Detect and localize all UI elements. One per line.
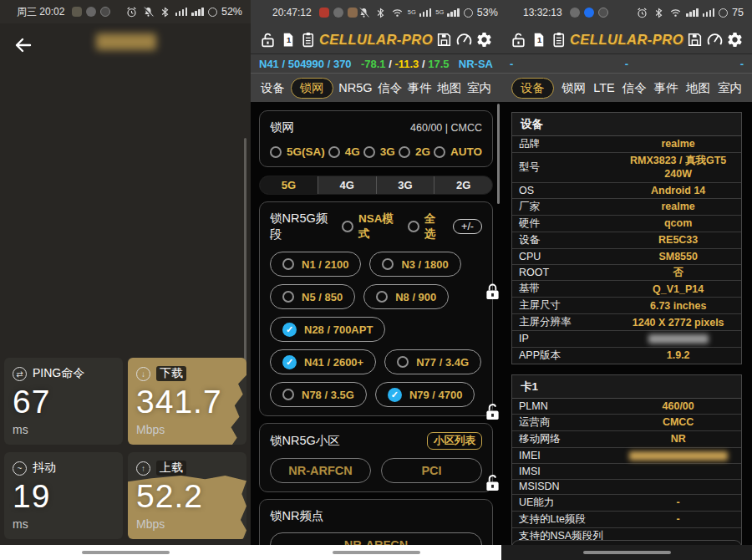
app-toolbar: CELLULAR-PRO <box>251 25 501 53</box>
network-option-2G[interactable]: 2G <box>399 145 430 158</box>
band-pill-N5[interactable]: N5 / 850 <box>270 284 355 309</box>
table-row: CPUSM8550 <box>512 249 741 265</box>
segment-4G[interactable]: 4G <box>318 176 376 194</box>
battery-percent: 53% <box>477 7 498 18</box>
radio-icon <box>328 146 340 158</box>
pci-input[interactable]: PCI <box>381 458 482 483</box>
freq-lock-icon <box>485 474 500 493</box>
table-row: 主屏分辨率1240 X 2772 pixels <box>512 314 741 331</box>
home-indicator[interactable] <box>82 551 170 555</box>
segment-5G[interactable]: 5G <box>260 176 318 194</box>
table-row: 品牌realme <box>512 136 741 153</box>
row-label: IMEI <box>512 449 615 462</box>
row-value: CMCC <box>615 415 741 430</box>
tab-地图[interactable]: 地图 <box>686 80 710 96</box>
band-pill-N77[interactable]: N77 / 3.4G <box>384 349 481 374</box>
network-option-3G[interactable]: 3G <box>363 145 395 158</box>
notification-app-icon <box>100 7 110 17</box>
sim-slot-icon[interactable] <box>279 31 297 48</box>
metric-unit: Mbps <box>136 517 246 531</box>
tab-信令[interactable]: 信令 <box>378 80 402 96</box>
band-pill-N41[interactable]: ✓N41 / 2600+ <box>270 349 376 374</box>
settings-gear-icon[interactable] <box>726 31 744 48</box>
log-clipboard-icon[interactable] <box>550 31 567 48</box>
row-label: OS <box>512 184 615 197</box>
network-option-4G[interactable]: 4G <box>328 145 360 158</box>
battery-ring-icon <box>719 8 728 18</box>
table-row: PLMN460/00 <box>512 399 741 415</box>
radio-icon <box>342 221 353 232</box>
navigation-bar <box>251 545 501 560</box>
radio-icon <box>434 146 445 158</box>
home-indicator[interactable] <box>583 551 671 555</box>
tab-室内[interactable]: 室内 <box>718 80 742 96</box>
band-pill-N8[interactable]: N8 / 900 <box>363 284 449 309</box>
log-clipboard-icon[interactable] <box>299 31 317 48</box>
tab-bar: 设备锁网LTE信令事件地图室内 <box>501 74 752 102</box>
tab-设备[interactable]: 设备 <box>511 78 554 99</box>
band-label: N8 / 900 <box>395 291 436 303</box>
settings-gear-icon[interactable] <box>475 31 493 48</box>
radio-icon <box>397 356 409 368</box>
nr-arfcn-input[interactable]: NR-ARFCN <box>270 458 371 483</box>
tab-锁网[interactable]: 锁网 <box>561 80 586 96</box>
band-label: N28 / 700APT <box>304 323 373 336</box>
bluetooth-icon <box>374 7 387 19</box>
back-button[interactable] <box>13 35 33 55</box>
signal-info-bar: N41 / 504990 / 370 -78.1 / -11.3 / 17.5 … <box>251 53 501 74</box>
cell-list-button[interactable]: 小区列表 <box>427 432 482 450</box>
scrollbar[interactable] <box>497 104 500 204</box>
band-pill-N1[interactable]: N1 / 2100 <box>270 252 361 277</box>
segment-3G[interactable]: 3G <box>376 176 434 194</box>
card-title: 锁NR5G小区 <box>270 433 340 449</box>
network-mode-label: - <box>740 58 744 70</box>
tab-设备[interactable]: 设备 <box>261 80 285 96</box>
row-label: ROOT <box>512 266 615 279</box>
nsa-mode-radio[interactable]: NSA模式 <box>342 211 396 242</box>
tab-事件[interactable]: 事件 <box>408 80 432 96</box>
tab-地图[interactable]: 地图 <box>437 80 461 96</box>
speedtest-gauge-icon[interactable] <box>706 31 724 48</box>
band-pill-N3[interactable]: N3 / 1800 <box>369 252 460 277</box>
radio-icon <box>282 291 294 303</box>
network-option-5G(SA)[interactable]: 5G(SA) <box>270 145 325 158</box>
tab-NR5G[interactable]: NR5G <box>338 81 372 94</box>
network-option-AUTO[interactable]: AUTO <box>434 145 482 158</box>
row-label: CPU <box>512 250 615 263</box>
speedtest-gauge-icon[interactable] <box>455 31 473 48</box>
row-value: - <box>615 512 741 527</box>
lock-toggle-icon[interactable] <box>510 31 527 48</box>
app-title: CELLULAR-PRO <box>319 32 433 48</box>
home-indicator[interactable] <box>333 551 420 555</box>
tab-事件[interactable]: 事件 <box>654 80 678 96</box>
save-icon[interactable] <box>435 31 453 48</box>
plus-minus-button[interactable]: +/- <box>453 219 482 234</box>
lock-toggle-icon[interactable] <box>259 31 277 48</box>
alarm-icon <box>636 7 648 19</box>
select-all-radio[interactable]: 全选 <box>408 211 441 242</box>
tab-室内[interactable]: 室内 <box>467 80 491 96</box>
segment-2G[interactable]: 2G <box>434 176 492 194</box>
bluetooth-icon <box>653 7 665 19</box>
serving-cell-info: N41 / 504990 / 370 <box>259 58 352 70</box>
band-pill-N79[interactable]: ✓N79 / 4700 <box>375 382 475 407</box>
table-row: 设备RE5C33 <box>512 232 741 249</box>
redacted-title <box>96 33 156 50</box>
row-label: 品牌 <box>512 136 615 152</box>
signal-bars-icon <box>419 8 432 18</box>
band-pill-N78[interactable]: N78 / 3.5G <box>270 382 367 407</box>
table-row: IP <box>512 331 741 347</box>
save-icon[interactable] <box>686 31 704 48</box>
metric-label: 上载 <box>156 461 186 476</box>
sim-slot-icon[interactable] <box>530 31 547 48</box>
tab-锁网[interactable]: 锁网 <box>291 78 333 99</box>
tab-LTE[interactable]: LTE <box>593 81 615 94</box>
row-label: 设备 <box>512 232 615 248</box>
cell-lock-icon <box>485 403 500 422</box>
redacted-value <box>629 451 728 461</box>
tab-信令[interactable]: 信令 <box>622 80 647 96</box>
metric-unit: ms <box>13 423 123 436</box>
metric-value: 67 <box>13 384 123 420</box>
row-value: Android 14 <box>615 183 741 198</box>
band-pill-N28[interactable]: ✓N28 / 700APT <box>270 317 385 342</box>
